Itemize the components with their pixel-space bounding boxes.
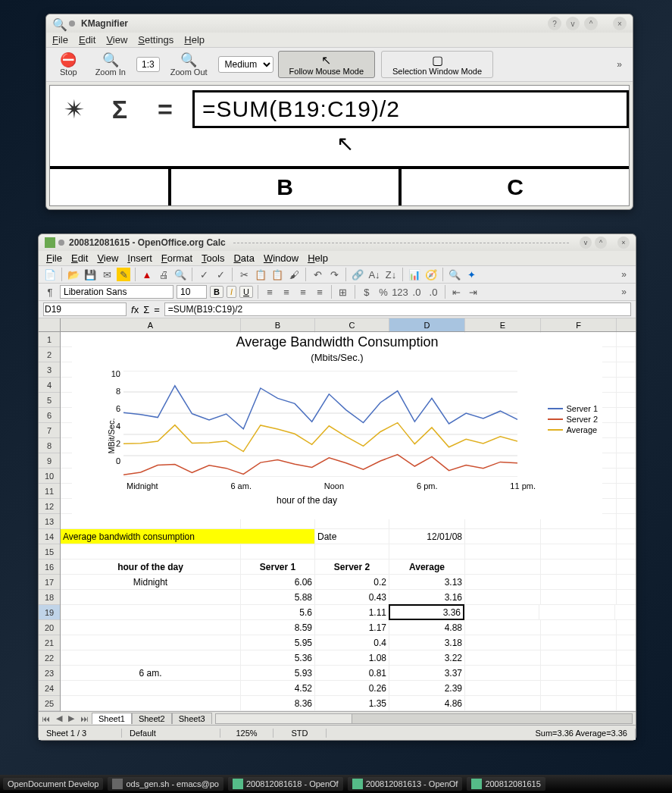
italic-button[interactable]: I [227, 286, 236, 298]
cell[interactable]: 0.43 [315, 590, 389, 604]
horizontal-scrollbar[interactable] [215, 713, 633, 724]
taskbar-item[interactable]: 200812081613 - OpenOf [348, 777, 463, 791]
cell[interactable]: Date [315, 529, 389, 544]
menu-window[interactable]: Window [264, 252, 298, 264]
sheet-tab-3[interactable]: Sheet3 [172, 713, 212, 724]
cell[interactable]: 4.52 [241, 681, 315, 695]
help-icon[interactable]: ✦ [464, 268, 478, 281]
tab-nav-last[interactable]: ⏭ [77, 714, 92, 723]
row-header[interactable]: 19 [39, 605, 60, 620]
cell[interactable]: 6 am. [61, 666, 241, 680]
cell[interactable] [465, 620, 541, 635]
cell[interactable] [465, 544, 541, 559]
cell[interactable] [541, 529, 617, 544]
cell[interactable] [541, 544, 617, 559]
row-header[interactable]: 15 [39, 544, 60, 559]
indent-inc-icon[interactable]: ⇥ [467, 285, 480, 299]
row-header[interactable]: 17 [39, 575, 60, 590]
cell[interactable] [541, 681, 617, 695]
cell[interactable]: Average bandwidth consumption [61, 529, 315, 544]
row-header[interactable]: 22 [39, 650, 60, 666]
cell[interactable]: 3.37 [389, 666, 465, 680]
menu-file[interactable]: File [46, 252, 62, 264]
spellcheck-icon[interactable]: ✓ [197, 268, 211, 281]
cell[interactable]: 0.81 [315, 666, 389, 680]
row-header[interactable]: 3 [39, 362, 60, 378]
percent-icon[interactable]: % [377, 285, 390, 299]
redo-icon[interactable]: ↷ [327, 268, 341, 281]
menu-settings[interactable]: Settings [138, 34, 173, 45]
cell[interactable] [389, 544, 465, 559]
cell[interactable] [541, 666, 617, 680]
column-header[interactable]: B [241, 318, 315, 331]
cell[interactable]: 1.11 [315, 605, 389, 619]
cell[interactable]: 8.36 [241, 696, 315, 710]
save-icon[interactable]: 💾 [83, 268, 97, 281]
autospell-icon[interactable]: ✓ [214, 268, 227, 281]
speed-select[interactable]: Medium [218, 56, 273, 73]
menu-help[interactable]: Help [184, 34, 205, 45]
bold-button[interactable]: B [210, 286, 223, 298]
cell[interactable]: 0.4 [315, 635, 389, 650]
cell[interactable] [465, 559, 541, 574]
cell[interactable]: Average [389, 559, 465, 574]
cell[interactable]: 3.13 [389, 575, 465, 589]
cell[interactable]: 1.08 [315, 650, 389, 665]
currency-icon[interactable]: $ [360, 285, 374, 299]
tab-nav-next[interactable]: ▶ [65, 713, 77, 723]
column-header[interactable]: E [465, 318, 541, 331]
align-justify-icon[interactable]: ≡ [313, 285, 327, 299]
menu-help[interactable]: Help [308, 252, 328, 264]
row-header[interactable]: 6 [39, 408, 60, 423]
help-button[interactable]: ? [548, 17, 561, 30]
menu-tools[interactable]: Tools [202, 252, 224, 264]
cell[interactable] [465, 575, 541, 589]
indent-dec-icon[interactable]: ⇤ [450, 285, 464, 299]
cell[interactable] [61, 696, 241, 710]
cell[interactable] [61, 590, 241, 604]
row-header[interactable]: 21 [39, 635, 60, 650]
follow-mouse-mode-button[interactable]: ↖Follow Mouse Mode [278, 51, 375, 78]
cell[interactable] [464, 605, 539, 619]
cell[interactable]: 6.06 [241, 575, 315, 589]
taskbar-item[interactable]: 200812081618 - OpenOf [228, 777, 343, 791]
column-header[interactable]: D [389, 318, 465, 331]
row-header[interactable]: 23 [39, 666, 60, 681]
cell[interactable]: Server 1 [241, 559, 315, 574]
cell[interactable]: 3.22 [389, 650, 465, 665]
cell[interactable] [465, 681, 541, 695]
close-button[interactable]: × [617, 237, 630, 249]
cell[interactable]: 12/01/08 [389, 529, 465, 544]
row-header[interactable]: 11 [39, 484, 60, 499]
close-button[interactable]: × [613, 17, 627, 30]
paste-icon[interactable]: 📋 [270, 268, 284, 281]
cell-reference-input[interactable] [43, 302, 127, 316]
row-header[interactable]: 25 [39, 696, 60, 711]
navigator-icon[interactable]: 🧭 [424, 268, 438, 281]
cell[interactable]: 8.59 [241, 620, 315, 635]
cell[interactable] [61, 681, 241, 695]
zoom-in-button[interactable]: 🔍Zoom In [88, 51, 133, 78]
calc-titlebar[interactable]: 200812081615 - OpenOffice.org Calc v ^ × [39, 234, 636, 251]
cell[interactable] [541, 696, 617, 710]
cell[interactable]: 1.35 [315, 696, 389, 710]
selection-window-mode-button[interactable]: ▢Selection Window Mode [381, 51, 493, 78]
cell[interactable] [465, 590, 541, 604]
decimal-add-icon[interactable]: .0 [410, 285, 424, 299]
cell[interactable] [61, 650, 241, 665]
cell[interactable]: 3.18 [389, 635, 465, 650]
styles-icon[interactable]: ¶ [43, 285, 57, 299]
pdf-icon[interactable]: ▲ [140, 268, 154, 281]
cell[interactable] [465, 529, 541, 544]
cell[interactable] [541, 650, 617, 665]
row-header[interactable]: 18 [39, 590, 60, 605]
status-zoom[interactable]: 125% [220, 729, 273, 738]
number-icon[interactable]: 123 [393, 285, 407, 299]
cell[interactable] [61, 544, 241, 559]
window-menu-icon[interactable] [69, 20, 75, 27]
cell[interactable]: 5.93 [241, 666, 315, 680]
minimize-button[interactable]: v [580, 237, 592, 249]
underline-button[interactable]: U [239, 286, 253, 298]
row-header[interactable]: 12 [39, 499, 60, 514]
new-icon[interactable]: 📄 [43, 268, 57, 281]
